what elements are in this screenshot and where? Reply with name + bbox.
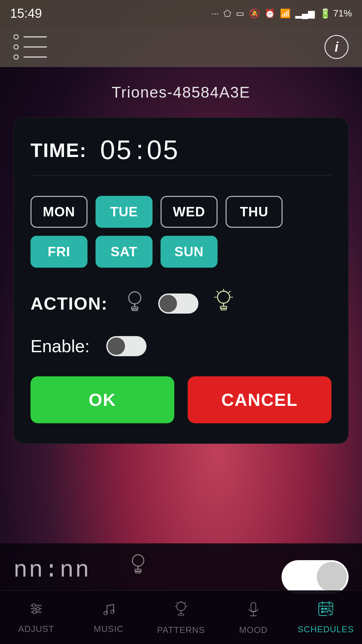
svg-line-11 <box>217 291 218 292</box>
bottom-power-knob <box>317 562 347 592</box>
alarm-icon: ⏰ <box>264 8 275 19</box>
enable-section: Enable: <box>31 336 331 356</box>
nav-label-adjust: ADJUST <box>18 624 54 634</box>
status-icons: ··· ⬠ ▭ 🔕 ⏰ 📶 ▂▄▆ 🔋 71% <box>212 8 352 19</box>
svg-rect-27 <box>178 614 184 615</box>
bottom-light-icon <box>127 552 149 582</box>
menu-line-2 <box>23 46 47 48</box>
adjust-icon <box>28 600 45 621</box>
top-nav: i <box>0 27 362 67</box>
menu-dot-1 <box>13 34 19 40</box>
bluetooth-icon: ⬠ <box>224 8 231 19</box>
bottom-nav: ADJUST MUSIC PATTERNS <box>0 590 362 644</box>
svg-line-29 <box>185 602 185 603</box>
nav-item-music[interactable]: MUSIC <box>72 600 145 634</box>
svg-point-4 <box>218 291 230 303</box>
time-colon: : <box>136 135 143 165</box>
nav-label-mood: MOOD <box>239 625 268 635</box>
svg-rect-41 <box>324 608 327 610</box>
button-row: OK CANCEL <box>31 376 331 423</box>
enable-toggle[interactable] <box>106 336 146 356</box>
status-time: 15:49 <box>10 6 42 21</box>
nav-label-schedules: SCHEDULES <box>298 624 354 635</box>
day-tue[interactable]: TUE <box>96 196 153 228</box>
info-button[interactable]: i <box>324 35 349 59</box>
day-thu[interactable]: THU <box>226 196 283 228</box>
cancel-button[interactable]: CANCEL <box>188 376 331 423</box>
mute-icon: 🔕 <box>249 8 260 19</box>
nav-label-music: MUSIC <box>94 624 124 634</box>
status-bar: 15:49 ··· ⬠ ▭ 🔕 ⏰ 📶 ▂▄▆ 🔋 71% <box>0 0 362 27</box>
signal-bars-icon: ▂▄▆ <box>295 8 315 19</box>
menu-line-1 <box>23 36 47 38</box>
device-area: Triones-48584A3E <box>0 67 362 117</box>
day-sun[interactable]: SUN <box>161 236 218 268</box>
action-label: ACTION: <box>31 293 108 314</box>
schedules-icon <box>317 600 335 622</box>
time-hour[interactable]: 05 <box>100 135 133 165</box>
device-name: Triones-48584A3E <box>112 83 250 101</box>
day-sat[interactable]: SAT <box>96 236 153 268</box>
days-row-2: FRI SAT SUN <box>31 236 331 268</box>
nav-item-mood[interactable]: MOOD <box>217 600 290 635</box>
wifi-icon: 📶 <box>280 8 291 19</box>
nav-item-adjust[interactable]: ADJUST <box>0 600 72 634</box>
enable-label: Enable: <box>31 336 89 356</box>
svg-point-21 <box>36 607 40 610</box>
svg-rect-7 <box>221 308 226 310</box>
time-label: TIME: <box>31 139 87 161</box>
bottom-power-toggle[interactable] <box>282 560 349 594</box>
bulb-on-icon <box>212 288 235 319</box>
svg-point-22 <box>33 610 36 614</box>
nav-item-patterns[interactable]: PATTERNS <box>145 600 217 635</box>
svg-rect-40 <box>321 608 324 610</box>
svg-rect-43 <box>321 611 324 613</box>
menu-dot-2 <box>13 44 19 50</box>
svg-point-0 <box>129 292 141 304</box>
days-row-1: MON TUE WED THU <box>31 196 331 228</box>
svg-line-31 <box>177 602 177 603</box>
svg-rect-16 <box>135 571 141 573</box>
menu-dot-3 <box>13 54 19 60</box>
svg-rect-33 <box>251 602 256 612</box>
day-mon[interactable]: MON <box>31 196 87 228</box>
enable-toggle-knob <box>108 337 125 355</box>
action-section: ACTION: <box>31 288 331 319</box>
battery-indicator: 🔋 71% <box>319 8 352 19</box>
patterns-icon <box>173 600 189 622</box>
day-wed[interactable]: WED <box>161 196 218 228</box>
svg-point-13 <box>132 555 144 566</box>
bulb-off-icon <box>125 289 145 318</box>
svg-point-25 <box>177 602 185 611</box>
battery-level: 71% <box>333 8 352 19</box>
svg-line-9 <box>229 291 230 292</box>
time-section: TIME: 05 : 05 <box>31 135 331 176</box>
nav-item-schedules[interactable]: SCHEDULES <box>290 600 362 635</box>
action-toggle[interactable] <box>158 293 198 314</box>
schedule-modal: TIME: 05 : 05 MON TUE WED THU FRI SA <box>13 117 349 444</box>
menu-button[interactable] <box>13 34 47 60</box>
battery-icon: 🔋 <box>319 8 331 19</box>
signal-dots-icon: ··· <box>212 8 219 19</box>
svg-point-20 <box>32 604 36 607</box>
svg-rect-3 <box>132 309 137 311</box>
battery-shape-icon: ▭ <box>236 8 244 19</box>
day-fri[interactable]: FRI <box>31 236 87 268</box>
action-controls <box>125 288 235 319</box>
music-icon <box>100 600 117 621</box>
mood-icon <box>245 600 262 622</box>
days-section: MON TUE WED THU FRI SAT SUN <box>31 196 331 268</box>
nav-label-patterns: PATTERNS <box>157 625 205 635</box>
menu-line-3 <box>23 56 47 58</box>
bottom-time-display: nn:nn <box>13 557 90 584</box>
ok-button[interactable]: OK <box>31 376 174 423</box>
time-minute[interactable]: 05 <box>147 135 179 165</box>
action-toggle-knob <box>160 295 177 312</box>
